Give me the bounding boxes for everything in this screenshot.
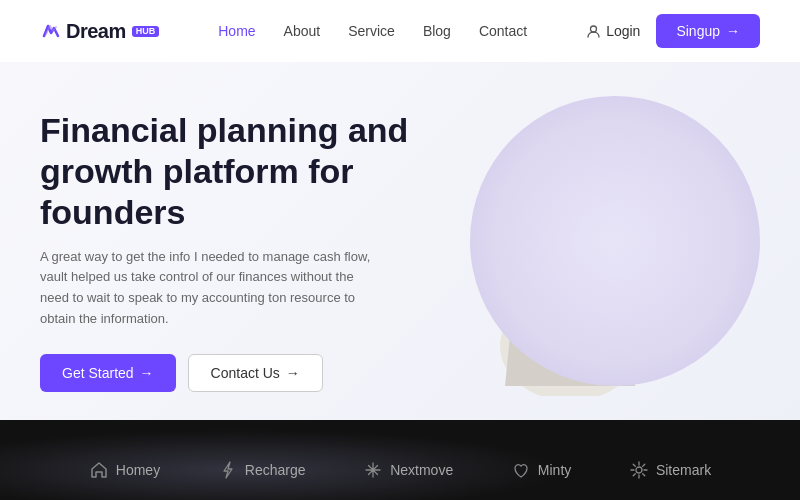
hero-section: Financial planning and growth platform f… [0,62,800,420]
sitemark-icon [629,460,649,480]
nav-item-contact[interactable]: Contact [479,22,527,40]
nav-actions: Login Singup → [586,14,760,48]
arrow-icon: → [726,23,740,39]
nav-links: Home About Service Blog Contact [218,22,527,40]
login-button[interactable]: Login [586,23,640,39]
brand-nextmove: Nextmove [363,460,453,480]
login-label: Login [606,23,640,39]
brand-minty-label: Minty [538,462,571,478]
hero-title: Financial planning and growth platform f… [40,110,440,232]
signup-label: Singup [676,23,720,39]
brand-recharge-label: Recharge [245,462,306,478]
brands-strip: Homey Recharge Nextmove Minty [0,420,800,500]
nav-item-about[interactable]: About [284,22,321,40]
nav-item-home[interactable]: Home [218,22,255,40]
svg-point-0 [591,26,597,32]
nextmove-icon [363,460,383,480]
hero-circle-background [470,96,760,386]
brand-homey: Homey [89,460,160,480]
hero-description: A great way to get the info I needed to … [40,247,380,330]
nav-item-service[interactable]: Service [348,22,395,40]
brand-minty: Minty [511,460,571,480]
logo: Dream HUB [40,20,159,43]
user-icon [586,24,601,39]
brand-sitemark: Sitemark [629,460,711,480]
hero-content: Financial planning and growth platform f… [40,110,440,392]
hero-image-wrap [440,86,760,416]
brand-homey-label: Homey [116,462,160,478]
minty-icon [511,460,531,480]
navbar: Dream HUB Home About Service Blog Contac… [0,0,800,62]
brand-nextmove-label: Nextmove [390,462,453,478]
logo-hub-badge: HUB [132,26,160,37]
get-started-button[interactable]: Get Started → [40,354,176,392]
homey-icon [89,460,109,480]
get-started-label: Get Started [62,365,134,381]
svg-point-22 [636,467,642,473]
recharge-icon [218,460,238,480]
contact-us-label: Contact Us [211,365,280,381]
logo-text: Dream [66,20,126,43]
signup-button[interactable]: Singup → [656,14,760,48]
hero-buttons: Get Started → Contact Us → [40,354,440,392]
arrow-right-icon: → [140,365,154,381]
nav-item-blog[interactable]: Blog [423,22,451,40]
brand-recharge: Recharge [218,460,306,480]
arrow-right-outline-icon: → [286,365,300,381]
contact-us-button[interactable]: Contact Us → [188,354,323,392]
logo-icon [40,20,62,42]
brand-sitemark-label: Sitemark [656,462,711,478]
